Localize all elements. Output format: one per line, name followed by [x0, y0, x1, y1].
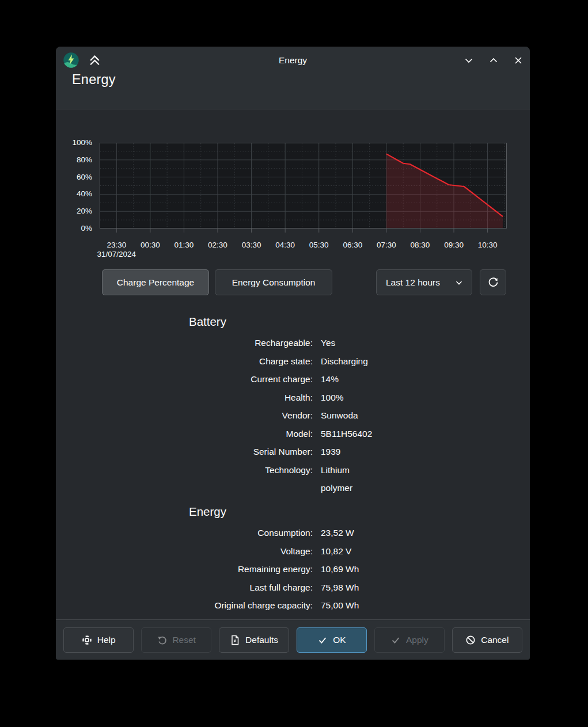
info-value: 1939	[313, 443, 340, 461]
info-row: Voltage:10,82 V	[113, 542, 471, 561]
info-row: Health:100%	[113, 389, 471, 407]
window-chrome: Energy Energy	[56, 47, 530, 109]
info-value: Sunwoda	[313, 406, 358, 425]
info-value: 75,00 Wh	[313, 596, 359, 615]
info-value: 5B11H56402	[313, 425, 372, 443]
info-label: Rechargeable:	[113, 334, 313, 352]
reset-undo-icon	[157, 635, 167, 645]
info-label: Vendor:	[113, 406, 313, 425]
defaults-button[interactable]: Defaults	[219, 627, 289, 653]
apply-label: Apply	[406, 635, 428, 645]
info-row: Vendor:Sunwoda	[113, 406, 471, 425]
info-value: 10,82 V	[313, 542, 351, 561]
help-lifering-icon	[82, 635, 92, 645]
info-row: Charge state:Discharging	[113, 352, 471, 371]
close-icon[interactable]	[513, 55, 524, 66]
energy-info-rows: Consumption:23,52 WVoltage:10,82 VRemain…	[113, 524, 471, 615]
info-label: Current charge:	[113, 370, 313, 389]
battery-charge-chart	[100, 143, 507, 234]
y-axis-tick-label: 40%	[58, 189, 92, 199]
refresh-icon	[488, 277, 499, 288]
page-title: Energy	[72, 72, 116, 87]
info-row: Model:5B11H56402	[113, 425, 471, 443]
info-value: 10,69 Wh	[313, 560, 359, 578]
y-axis-tick-label: 60%	[58, 172, 92, 182]
dialog-button-bar: Help Reset Defaults OK	[56, 619, 530, 660]
info-label: Health:	[113, 389, 313, 407]
info-label: Remaining energy:	[113, 560, 313, 578]
info-label: Last full charge:	[113, 578, 313, 597]
refresh-button[interactable]	[480, 269, 506, 295]
defaults-document-icon	[230, 635, 240, 645]
info-label: Charge state:	[113, 352, 313, 371]
energy-consumption-button[interactable]: Energy Consumption	[215, 269, 332, 295]
reset-button[interactable]: Reset	[141, 627, 211, 653]
cancel-label: Cancel	[481, 635, 509, 645]
charge-percentage-button[interactable]: Charge Percentage	[102, 269, 209, 295]
cancel-icon	[465, 635, 476, 645]
info-value: 14%	[313, 370, 339, 389]
reset-label: Reset	[172, 635, 196, 645]
info-row: Original charge capacity:75,00 Wh	[113, 596, 471, 615]
maximize-icon[interactable]	[488, 55, 499, 66]
apply-check-icon	[390, 635, 401, 645]
battery-info-rows: Rechargeable:YesCharge state:Discharging…	[113, 334, 471, 497]
ok-check-icon	[317, 635, 328, 645]
y-axis-tick-label: 0%	[58, 223, 92, 234]
ok-button[interactable]: OK	[297, 627, 367, 653]
info-label: Voltage:	[113, 542, 313, 561]
info-value: Yes	[313, 334, 335, 352]
info-value: 100%	[313, 389, 344, 407]
battery-section-title: Battery	[189, 315, 226, 329]
chevron-down-icon	[454, 278, 464, 287]
info-label: Serial Number:	[113, 443, 313, 461]
energy-dialog-window: Energy Energy Charge Percentage Energy C…	[56, 47, 530, 660]
time-range-value: Last 12 hours	[386, 277, 440, 288]
info-row: Rechargeable:Yes	[113, 334, 471, 352]
x-axis-tick-label: 10:30	[464, 241, 512, 250]
apply-button[interactable]: Apply	[374, 627, 445, 653]
info-value: 23,52 W	[313, 524, 354, 542]
info-row: Consumption:23,52 W	[113, 524, 471, 542]
info-row: Remaining energy:10,69 Wh	[113, 560, 471, 578]
y-axis-tick-label: 100%	[58, 138, 92, 148]
info-row: Last full charge:75,98 Wh	[113, 578, 471, 597]
y-axis-tick-label: 80%	[58, 155, 92, 165]
titlebar[interactable]: Energy	[56, 47, 530, 74]
info-row: Current charge:14%	[113, 370, 471, 389]
info-row: Serial Number:1939	[113, 443, 471, 461]
charge-percentage-label: Charge Percentage	[117, 277, 194, 288]
info-value: Lithium polymer	[313, 461, 352, 497]
help-label: Help	[97, 635, 116, 645]
energy-consumption-label: Energy Consumption	[232, 277, 316, 288]
info-value: Discharging	[313, 352, 368, 371]
defaults-label: Defaults	[245, 635, 278, 645]
time-range-dropdown[interactable]: Last 12 hours	[376, 269, 472, 295]
minimize-icon[interactable]	[463, 55, 475, 66]
window-title: Energy	[56, 47, 530, 74]
y-axis-tick-label: 20%	[58, 206, 92, 216]
energy-section-title: Energy	[189, 505, 226, 519]
info-row: Technology:Lithium polymer	[113, 461, 471, 497]
info-value: 75,98 Wh	[313, 578, 359, 597]
info-label: Model:	[113, 425, 313, 443]
cancel-button[interactable]: Cancel	[452, 627, 522, 653]
help-button[interactable]: Help	[63, 627, 134, 653]
info-label: Original charge capacity:	[113, 596, 313, 615]
info-label: Technology:	[113, 461, 313, 497]
ok-label: OK	[333, 635, 346, 645]
x-axis-date-label: 31/07/2024	[85, 250, 148, 259]
info-label: Consumption:	[113, 524, 313, 542]
